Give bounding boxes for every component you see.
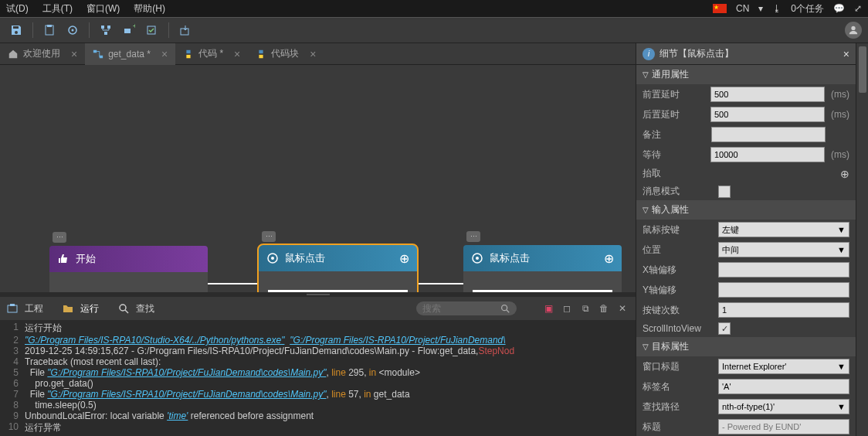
flow-canvas[interactable]: ⋯ 开始 ⋯ 鼠标点击 ⊕ 需求管理 [0, 65, 636, 292]
flag-icon [713, 4, 727, 13]
remark-input[interactable] [711, 127, 826, 142]
close-icon[interactable]: × [310, 48, 316, 60]
tab-code[interactable]: 代码 * × [175, 43, 248, 65]
menu-tools[interactable]: 工具(T) [42, 2, 73, 15]
lang-label[interactable]: CN [736, 3, 749, 14]
svg-point-17 [476, 257, 479, 260]
svg-rect-7 [124, 29, 131, 33]
close-icon[interactable]: × [71, 48, 77, 60]
refresh-button[interactable] [63, 20, 83, 40]
search-input[interactable] [422, 303, 500, 314]
toolbar: + [0, 17, 868, 43]
node-click2-label: 鼠标点击 [490, 251, 530, 265]
menubar: 试(D) 工具(T) 窗口(W) 帮助(H) CN ▾ ⭳ 0个任务 💬 ⤢ [0, 0, 868, 17]
layout-button[interactable] [96, 20, 116, 40]
close-icon[interactable]: × [161, 48, 168, 60]
target-icon [266, 252, 279, 264]
tag-input[interactable] [718, 379, 849, 394]
expand-icon[interactable]: ⤢ [854, 3, 862, 14]
msg-mode-checkbox[interactable] [718, 186, 731, 198]
clear-button[interactable]: 🗑 [597, 301, 611, 315]
scroll-checkbox[interactable] [718, 322, 731, 335]
section-general[interactable]: 通用属性 [636, 65, 856, 84]
plus-icon[interactable]: ⊕ [604, 251, 614, 266]
close-icon[interactable]: × [234, 48, 240, 60]
section-input[interactable]: 输入属性 [636, 200, 856, 220]
node-click-1[interactable]: ⋯ 鼠标点击 ⊕ 需求管理 › [259, 245, 417, 292]
path-label: 查找路径 [643, 400, 712, 414]
svg-point-3 [72, 29, 74, 32]
editor-tabs: 欢迎使用 × get_data * × 代码 * × 代码块 × [0, 43, 636, 65]
yoff-input[interactable] [718, 282, 849, 298]
post-delay-input[interactable] [710, 107, 825, 122]
python-icon [256, 49, 266, 60]
save-button[interactable] [6, 20, 26, 40]
count-input[interactable] [718, 302, 849, 318]
flow-icon [93, 49, 103, 60]
node-start[interactable]: ⋯ 开始 [49, 246, 208, 292]
position-select[interactable]: 中间▼ [718, 242, 849, 257]
comment-icon[interactable]: 💬 [833, 3, 845, 14]
download-icon[interactable]: ⭳ [772, 3, 782, 14]
ms-unit: (ms) [831, 109, 849, 120]
export-button[interactable] [175, 20, 195, 40]
user-avatar[interactable] [845, 22, 862, 39]
node-click1-label: 鼠标点击 [285, 251, 325, 265]
wait-input[interactable] [710, 147, 825, 162]
node-click-2[interactable]: ⋯ 鼠标点击 ⊕ 需求管理 [463, 245, 622, 292]
console-output[interactable]: 1运行开始2"G:/Program Files/IS-RPA10/Studio-… [0, 320, 636, 436]
chevron-down-icon[interactable]: ▾ [758, 3, 763, 14]
tab-find[interactable]: 查找 [117, 302, 154, 315]
node-action-button[interactable]: 需求管理 [473, 290, 612, 292]
tasks-label[interactable]: 0个任务 [791, 2, 824, 15]
msg-mode-label: 消息模式 [643, 185, 712, 198]
path-select[interactable]: nth-of-type(1)'▼ [718, 399, 849, 414]
node-action-button[interactable]: 需求管理 › [268, 290, 408, 292]
svg-rect-13 [100, 55, 103, 58]
tab-run[interactable]: 运行 [62, 302, 99, 315]
menu-debug[interactable]: 试(D) [6, 2, 29, 15]
svg-point-15 [271, 257, 274, 260]
copy-button[interactable]: ⧉ [578, 301, 592, 315]
close-panel-icon[interactable]: × [843, 48, 849, 60]
menu-help[interactable]: 帮助(H) [134, 2, 165, 15]
window-title-select[interactable]: Internet Explorer'▼ [718, 359, 849, 374]
paste-button[interactable] [39, 20, 59, 40]
tab-welcome[interactable]: 欢迎使用 × [0, 43, 85, 65]
svg-point-11 [851, 26, 855, 30]
folder-icon [62, 302, 74, 315]
window-title-label: 窗口标题 [643, 360, 712, 373]
post-delay-label: 后置延时 [643, 108, 704, 121]
tab-codeblock[interactable]: 代码块 × [248, 43, 324, 65]
pre-delay-input[interactable] [710, 87, 825, 102]
close-panel-button[interactable]: ✕ [615, 301, 629, 315]
button-select[interactable]: 左键▼ [718, 222, 849, 237]
properties-panel: i 细节【鼠标点击】 × 通用属性 前置延时 (ms) 后置延时 (ms) 备注 [636, 43, 856, 436]
xoff-label: X轴偏移 [643, 264, 712, 277]
validate-button[interactable] [142, 20, 162, 40]
plus-icon[interactable]: ⊕ [399, 251, 409, 266]
stop-button[interactable]: ◻ [560, 301, 574, 315]
search-icon[interactable] [500, 303, 510, 314]
wire [208, 283, 259, 284]
title-input[interactable] [718, 419, 849, 434]
count-label: 按键次数 [643, 304, 712, 317]
section-target[interactable]: 目标属性 [636, 337, 856, 356]
node-tag-icon: ⋯ [53, 232, 66, 243]
filter-button[interactable]: ▣ [541, 301, 555, 315]
crosshair-icon[interactable]: ⊕ [840, 168, 849, 180]
bottom-panel: 工程 运行 查找 ▣ ◻ ⧉ 🗑 [0, 297, 636, 436]
svg-rect-12 [93, 49, 97, 53]
svg-rect-1 [47, 25, 52, 27]
title-label: 标题 [643, 421, 712, 434]
vertical-scrollbar[interactable] [856, 43, 868, 436]
xoff-input[interactable] [718, 262, 849, 278]
menu-window[interactable]: 窗口(W) [86, 2, 120, 15]
svg-rect-6 [104, 32, 107, 35]
svg-text:+: + [133, 24, 135, 30]
tab-project[interactable]: 工程 [6, 302, 43, 315]
add-node-button[interactable]: + [119, 20, 139, 40]
tab-getdata[interactable]: get_data * × [85, 43, 175, 65]
thumb-icon [57, 253, 70, 265]
svg-rect-19 [10, 304, 15, 306]
